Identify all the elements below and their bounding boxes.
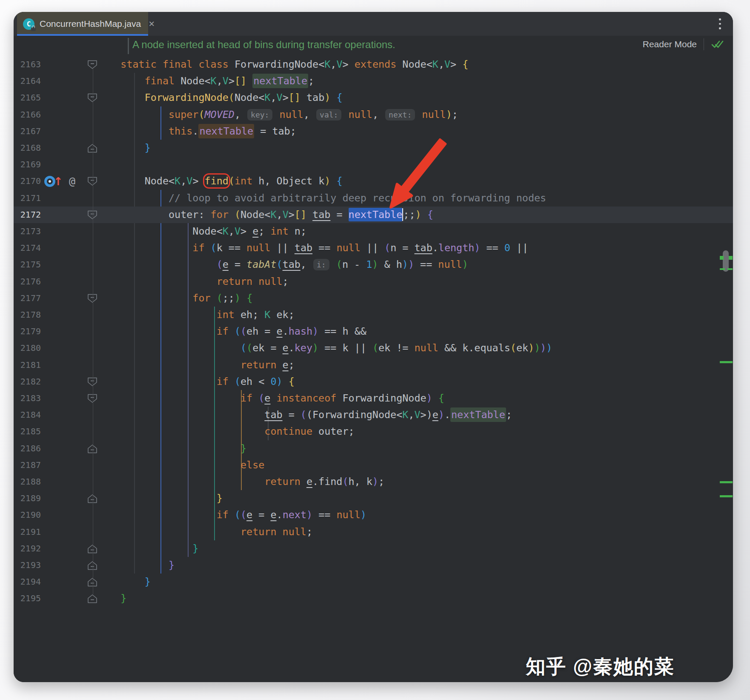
line-number[interactable]: 2163: [14, 56, 41, 73]
line-number[interactable]: 2172: [14, 207, 41, 223]
fold-marker-icon[interactable]: [87, 561, 97, 570]
line-number[interactable]: 2190: [14, 507, 41, 523]
line-number[interactable]: 2180: [14, 340, 41, 356]
line-number[interactable]: 2168: [14, 140, 41, 156]
kebab-menu-icon[interactable]: [714, 18, 725, 29]
code-text[interactable]: Node<K,V> find(int h, Object k) {: [97, 173, 343, 189]
line-number[interactable]: 2181: [14, 357, 41, 373]
line-number[interactable]: 2177: [14, 290, 41, 307]
line-number[interactable]: 2176: [14, 273, 41, 290]
code-text[interactable]: outer: for (Node<K,V>[] tab = nextTable;…: [97, 207, 433, 223]
line-number[interactable]: 2186: [14, 440, 41, 457]
code-text[interactable]: if (eh < 0) {: [97, 373, 295, 390]
code-line[interactable]: 2185 continue outer;: [14, 423, 733, 440]
line-number[interactable]: 2193: [14, 557, 41, 574]
line-number[interactable]: 2169: [14, 156, 41, 173]
code-text[interactable]: if ((e = e.next) == null): [97, 507, 366, 523]
line-number[interactable]: 2187: [14, 457, 41, 473]
line-number[interactable]: 2170: [14, 173, 41, 189]
line-number[interactable]: 2178: [14, 307, 41, 323]
code-text[interactable]: return null;: [97, 273, 289, 290]
code-line[interactable]: 2187 else: [14, 457, 733, 473]
fold-marker-icon[interactable]: [87, 394, 97, 403]
code-text[interactable]: }: [97, 574, 151, 590]
line-number[interactable]: 2192: [14, 540, 41, 557]
code-text[interactable]: }: [97, 440, 246, 457]
line-number[interactable]: 2173: [14, 223, 41, 240]
line-number[interactable]: 2166: [14, 106, 41, 123]
code-line[interactable]: 2177 for (;;) {: [14, 290, 733, 307]
code-line[interactable]: 2164 final Node<K,V>[] nextTable;: [14, 73, 733, 89]
code-text[interactable]: return e.find(h, k);: [97, 473, 384, 490]
code-line[interactable]: 2174 if (k == null || tab == null || (n …: [14, 240, 733, 256]
line-number[interactable]: 2184: [14, 407, 41, 423]
code-line[interactable]: 2167 this.nextTable = tab;: [14, 123, 733, 140]
code-text[interactable]: }: [97, 557, 175, 574]
fold-marker-icon[interactable]: [87, 177, 97, 186]
line-number[interactable]: 2188: [14, 473, 41, 490]
fold-marker-icon[interactable]: [87, 444, 97, 453]
code-text[interactable]: this.nextTable = tab;: [97, 123, 296, 140]
code-line[interactable]: 2181 return e;: [14, 357, 733, 373]
line-number[interactable]: 2164: [14, 73, 41, 89]
code-line[interactable]: 2193 }: [14, 557, 733, 574]
line-number[interactable]: 2191: [14, 524, 41, 540]
code-line[interactable]: 2169: [14, 156, 733, 173]
code-line[interactable]: 2182 if (eh < 0) {: [14, 373, 733, 390]
code-text[interactable]: for (;;) {: [97, 290, 252, 307]
code-line[interactable]: 2195 }: [14, 590, 733, 607]
code-line[interactable]: 2184 tab = ((ForwardingNode<K,V>)e).next…: [14, 407, 733, 423]
line-number[interactable]: 2179: [14, 323, 41, 340]
line-number[interactable]: 2183: [14, 390, 41, 407]
fold-marker-icon[interactable]: [87, 577, 97, 587]
code-line[interactable]: 2170↑@ Node<K,V> find(int h, Object k) {: [14, 173, 733, 189]
code-line[interactable]: 2165 ForwardingNode(Node<K,V>[] tab) {: [14, 89, 733, 106]
tab-concurrenthashmap[interactable]: C ConcurrentHashMap.java ×: [17, 12, 148, 36]
code-line[interactable]: 2172 outer: for (Node<K,V>[] tab = nextT…: [14, 207, 733, 223]
line-number[interactable]: 2165: [14, 89, 41, 106]
code-line[interactable]: 2168 }: [14, 140, 733, 156]
code-line[interactable]: 2163 static final class ForwardingNode<K…: [14, 56, 733, 73]
code-line[interactable]: 2173 Node<K,V> e; int n;: [14, 223, 733, 240]
code-line[interactable]: 2192 }: [14, 540, 733, 557]
code-text[interactable]: super(MOVED, key: null, val: null, next:…: [97, 106, 458, 123]
line-number[interactable]: 2194: [14, 574, 41, 590]
code-text[interactable]: continue outer;: [97, 423, 355, 440]
line-number[interactable]: 2167: [14, 123, 41, 140]
tab-close-icon[interactable]: ×: [149, 19, 155, 29]
code-line[interactable]: 2190 if ((e = e.next) == null): [14, 507, 733, 523]
code-line[interactable]: 2166 super(MOVED, key: null, val: null, …: [14, 106, 733, 123]
fold-marker-icon[interactable]: [87, 544, 97, 554]
code-text[interactable]: if ((eh = e.hash) == h &&: [97, 323, 366, 340]
fold-marker-icon[interactable]: [87, 294, 97, 303]
line-number[interactable]: 2189: [14, 490, 41, 507]
code-text[interactable]: }: [97, 140, 151, 156]
code-text[interactable]: int eh; K ek;: [97, 307, 295, 323]
code-text[interactable]: else: [97, 457, 264, 473]
line-number[interactable]: 2182: [14, 373, 41, 390]
code-text[interactable]: Node<K,V> e; int n;: [97, 223, 306, 240]
code-text[interactable]: if (e instanceof ForwardingNode) {: [97, 390, 444, 407]
code-text[interactable]: ForwardingNode(Node<K,V>[] tab) {: [97, 89, 343, 106]
code-line[interactable]: 2179 if ((eh = e.hash) == h &&: [14, 323, 733, 340]
code-text[interactable]: if (k == null || tab == null || (n = tab…: [97, 240, 528, 256]
fold-marker-icon[interactable]: [87, 594, 97, 603]
code-line[interactable]: 2188 return e.find(h, k);: [14, 473, 733, 490]
code-text[interactable]: }: [97, 490, 223, 507]
code-text[interactable]: }: [97, 590, 126, 607]
code-text[interactable]: tab = ((ForwardingNode<K,V>)e).nextTable…: [97, 407, 512, 423]
code-line[interactable]: 2171 // loop to avoid arbitrarily deep r…: [14, 190, 733, 207]
code-text[interactable]: // loop to avoid arbitrarily deep recurs…: [97, 190, 546, 207]
line-number[interactable]: 2185: [14, 423, 41, 440]
code-text[interactable]: static final class ForwardingNode<K,V> e…: [97, 56, 468, 73]
line-number[interactable]: 2195: [14, 590, 41, 607]
code-text[interactable]: ((ek = e.key) == k || (ek != null && k.e…: [97, 340, 552, 356]
fold-marker-icon[interactable]: [87, 143, 97, 153]
code-text[interactable]: return null;: [97, 524, 312, 540]
code-text[interactable]: final Node<K,V>[] nextTable;: [97, 73, 314, 89]
code-text[interactable]: }: [97, 540, 198, 557]
fold-marker-icon[interactable]: [87, 494, 97, 503]
line-number[interactable]: 2171: [14, 190, 41, 207]
fold-marker-icon[interactable]: [87, 210, 97, 220]
code-text[interactable]: return e;: [97, 357, 295, 373]
